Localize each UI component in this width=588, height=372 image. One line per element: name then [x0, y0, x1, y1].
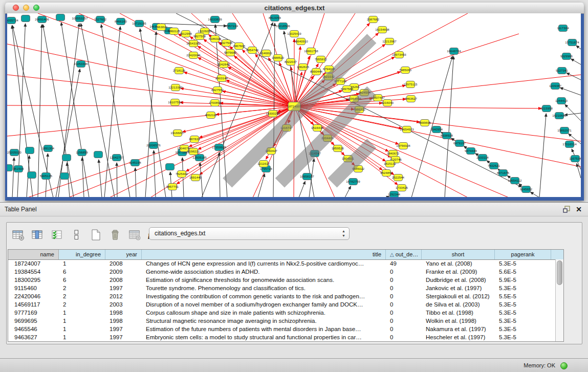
- table-cell: 5.3E-5: [495, 284, 551, 292]
- show-columns-icon[interactable]: [30, 228, 44, 242]
- table-select-dropdown[interactable]: citations_edges.txt ▲▼: [149, 227, 350, 240]
- column-header-out_de[interactable]: △out_de…: [386, 250, 422, 259]
- table-cell: Nakamura et al. (1997): [422, 325, 495, 333]
- table-cell: Yano et al. (2008): [422, 259, 495, 268]
- table-header-row: namein_degreeyeartitle△out_de…shortpager…: [8, 250, 563, 260]
- delete-columns-icon[interactable]: [108, 228, 122, 242]
- table-cell: 2009: [105, 268, 142, 276]
- table-cell: 2: [59, 292, 105, 300]
- table-cell: Stergiakouli et al. (2012): [422, 292, 495, 300]
- table-cell: 5.3E-5: [495, 317, 551, 325]
- scrollbar-thumb[interactable]: [557, 260, 562, 285]
- desktop-background: [0, 0, 5, 202]
- table-row[interactable]: 1938455462009Genome-wide association stu…: [8, 268, 556, 276]
- column-header-pagerank[interactable]: pagerank: [495, 250, 551, 259]
- table-cell: 5.6E-5: [495, 268, 551, 276]
- table-cell: 6: [59, 268, 105, 276]
- table-cell: Disruption of a novel member of a sodium…: [142, 300, 386, 309]
- table-cell: 1998: [105, 317, 142, 325]
- table-cell: Dudbridge et al. (2008): [422, 276, 495, 284]
- table-cell: Genome-wide association studies in ADHD.: [142, 268, 386, 276]
- table-cell: 9463627: [8, 333, 59, 341]
- table-cell: 2: [59, 300, 105, 309]
- close-panel-icon[interactable]: ✕: [576, 204, 582, 214]
- table-cell: 0: [386, 309, 422, 317]
- table-row[interactable]: 2242004622012Investigating the contribut…: [8, 292, 556, 300]
- table-cell: 0: [386, 300, 422, 309]
- table-cell: 0: [386, 333, 422, 341]
- table-cell: 2003: [105, 300, 142, 309]
- table-select-value: citations_edges.txt: [155, 230, 205, 237]
- select-columns-icon[interactable]: [50, 228, 63, 242]
- column-header-filler: [551, 250, 563, 259]
- table-cell: 9465546: [8, 325, 59, 333]
- table-cell: Embryonic stem cells: a model to study s…: [142, 333, 386, 341]
- import-table-icon[interactable]: [127, 228, 141, 242]
- column-header-short[interactable]: short: [422, 250, 495, 259]
- table-cell: Corpus callosum shape and size in male p…: [142, 309, 386, 317]
- table-cell: 0: [386, 276, 422, 284]
- table-mode-icon[interactable]: [11, 228, 25, 242]
- table-cell: Jankovic et al. (1997): [422, 284, 495, 292]
- table-cell: 2012: [105, 292, 142, 300]
- table-cell: 1: [59, 317, 105, 325]
- table-cell: 9699695: [8, 317, 59, 325]
- table-cell: 14569117: [8, 300, 59, 309]
- table-cell: 1: [59, 309, 105, 317]
- table-cell: 49: [386, 259, 422, 268]
- table-row[interactable]: 1830029562008Estimation of significance …: [8, 276, 556, 284]
- black-edge[interactable]: [386, 196, 389, 197]
- table-row[interactable]: 969969511998Structural magnetic resonanc…: [8, 317, 556, 325]
- new-column-icon[interactable]: [89, 228, 102, 242]
- table-cell: 9777169: [8, 309, 59, 317]
- memory-ok-indicator: [560, 362, 568, 369]
- float-panel-icon[interactable]: [562, 205, 571, 213]
- table-cell: Wolkin et al. (1998): [422, 317, 495, 325]
- table-body: 1872400712008Changes of HCN gene express…: [8, 259, 556, 341]
- window-titlebar[interactable]: citations_edges.txt: [5, 3, 584, 14]
- column-header-in_degree[interactable]: in_degree: [59, 250, 105, 259]
- table-cell: 1: [59, 259, 105, 268]
- table-cell: 19384554: [8, 268, 59, 276]
- sort-ascending-icon: △: [390, 252, 394, 257]
- table-row[interactable]: 1872400712008Changes of HCN gene express…: [8, 259, 556, 268]
- window-title: citations_edges.txt: [5, 3, 584, 13]
- table-cell: 5.3E-5: [495, 333, 551, 341]
- table-cell: 5.3E-5: [495, 300, 551, 309]
- vertical-scrollbar[interactable]: [555, 259, 563, 341]
- table-cell: 2: [59, 284, 105, 292]
- table-cell: 5.5E-5: [495, 292, 551, 300]
- table-cell: 5.3E-5: [495, 259, 551, 268]
- table-cell: 0: [386, 284, 422, 292]
- dropdown-arrows-icon: ▲▼: [342, 229, 345, 238]
- table-row[interactable]: 946554611997Estimation of the future num…: [8, 325, 556, 333]
- table-panel: Table Panel ✕ f(x) citations_edges.txt ▲…: [0, 202, 588, 372]
- table-cell: Estimation of significance thresholds fo…: [142, 276, 386, 284]
- table-cell: 18724007: [8, 259, 59, 268]
- table-toolbar: f(x): [11, 226, 161, 244]
- network-canvas[interactable]: 2405572420691406106553257152760284661601…: [7, 13, 581, 197]
- column-header-year[interactable]: year: [105, 250, 142, 259]
- table-row[interactable]: 1456911722003Disruption of a novel membe…: [8, 300, 556, 309]
- table-cell: 1: [59, 325, 105, 333]
- table-cell: 0: [386, 325, 422, 333]
- table-cell: Structural magnetic resonance image aver…: [142, 317, 386, 325]
- resize-grip-icon[interactable]: [7, 13, 580, 196]
- column-header-name[interactable]: name: [8, 250, 59, 259]
- status-bar: Memory: OK: [0, 358, 588, 372]
- row-height-icon[interactable]: [69, 228, 83, 242]
- network-view-window: citations_edges.txt 24055724206914061065…: [5, 3, 584, 201]
- table-cell: Estimation of the future numbers of pati…: [142, 325, 386, 333]
- table-cell: Tourette syndrome. Phenomenology and cla…: [142, 284, 386, 292]
- table-cell: 0: [386, 292, 422, 300]
- column-header-title[interactable]: title: [142, 250, 386, 259]
- table-cell: 2008: [105, 276, 142, 284]
- table-cell: 0: [386, 317, 422, 325]
- memory-status-label: Memory: OK: [524, 359, 555, 372]
- table-row[interactable]: 946362711997Embryonic stem cells: a mode…: [8, 333, 556, 341]
- node-table: namein_degreeyeartitle△out_de…shortpager…: [8, 249, 564, 342]
- table-row[interactable]: 911546021997Tourette syndrome. Phenomeno…: [8, 284, 556, 292]
- table-cell: Hescheler et al. (1997): [422, 333, 495, 341]
- table-row[interactable]: 977716911998Corpus callosum shape and si…: [8, 309, 556, 317]
- table-cell: Investigating the contribution of common…: [142, 292, 386, 300]
